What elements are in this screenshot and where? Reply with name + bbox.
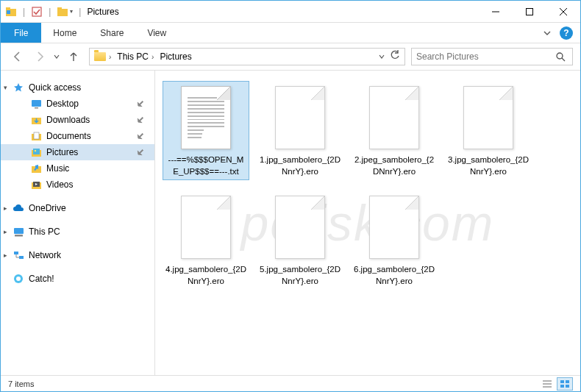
search-icon[interactable] [553, 52, 568, 62]
sidebar-item-music[interactable]: Music [1, 160, 154, 177]
recent-locations-icon[interactable] [52, 47, 61, 66]
svg-rect-2 [7, 10, 10, 14]
svg-rect-7 [527, 8, 533, 15]
sidebar-item-label: Videos [46, 179, 73, 190]
sidebar-item-label: Desktop [46, 99, 79, 109]
refresh-icon[interactable] [390, 50, 400, 63]
svg-point-19 [34, 149, 35, 151]
sidebar-item-downloads[interactable]: Downloads [1, 112, 154, 128]
file-item[interactable]: 5.jpg_sambolero_{2DNnrY}.ero [257, 190, 343, 290]
thispc-icon [13, 226, 24, 238]
breadcrumb-thispc[interactable]: This PC› [114, 51, 157, 62]
svg-rect-24 [15, 235, 23, 237]
svg-rect-25 [14, 252, 18, 254]
file-item[interactable]: ---==%$$$OPEN_ME_UP$$$==---.txt [163, 81, 249, 180]
caret-icon[interactable]: ▸ [4, 228, 7, 235]
videos-icon [30, 179, 42, 190]
file-label: 2.jpeg_sambolero_{2DNnrY}.ero [354, 154, 435, 177]
close-button[interactable] [546, 1, 580, 23]
file-item[interactable]: 1.jpg_sambolero_{2DNnrY}.ero [257, 81, 343, 180]
svg-rect-13 [35, 107, 38, 109]
details-view-button[interactable] [539, 377, 555, 391]
minimize-button[interactable] [479, 1, 513, 23]
caret-icon[interactable]: ▸ [4, 252, 7, 259]
blank-file-icon [177, 193, 235, 261]
search-box[interactable] [411, 48, 573, 65]
svg-point-28 [16, 277, 21, 281]
network-icon [13, 249, 24, 261]
file-item[interactable]: 4.jpg_sambolero_{2DNnrY}.ero [163, 190, 249, 290]
large-icons-view-button[interactable] [557, 377, 573, 391]
expand-ribbon-icon[interactable] [541, 26, 554, 40]
sidebar-item-pictures[interactable]: Pictures [1, 144, 154, 160]
properties-icon[interactable] [31, 6, 43, 18]
window-title: Pictures [87, 7, 118, 17]
navigation-bar: › This PC› Pictures [1, 43, 580, 70]
qat-dropdown-icon[interactable] [57, 6, 68, 18]
file-tab[interactable]: File [1, 23, 41, 43]
breadcrumb-root-icon[interactable]: › [91, 52, 114, 61]
sidebar-item-documents[interactable]: Documents [1, 128, 154, 144]
file-label: 3.jpg_sambolero_{2DNnrY}.ero [448, 154, 529, 177]
file-label: 4.jpg_sambolero_{2DNnrY}.ero [165, 264, 246, 287]
sidebar-catch[interactable]: Catch! [1, 271, 154, 287]
search-input[interactable] [416, 51, 553, 62]
svg-rect-18 [33, 149, 40, 154]
file-label: 6.jpg_sambolero_{2DNnrY}.ero [354, 264, 435, 287]
svg-rect-26 [19, 256, 24, 259]
tab-home[interactable]: Home [41, 23, 88, 43]
caret-icon[interactable]: ▾ [4, 84, 7, 91]
tab-share[interactable]: Share [88, 23, 135, 43]
file-item[interactable]: 2.jpeg_sambolero_{2DNnrY}.ero [351, 81, 438, 180]
sidebar-item-desktop[interactable]: Desktop [1, 96, 154, 112]
file-item[interactable]: 6.jpg_sambolero_{2DNnrY}.ero [351, 190, 438, 290]
sidebar-thispc[interactable]: ▸This PC [1, 224, 154, 240]
separator: | [23, 7, 25, 17]
help-icon[interactable]: ? [560, 26, 573, 40]
forward-button[interactable] [30, 47, 49, 66]
sidebar-item-label: Downloads [46, 115, 90, 125]
file-pane[interactable]: pcrisk.com ---==%$$$OPEN_ME_UP$$$==---.t… [155, 71, 580, 375]
file-label: ---==%$$$OPEN_ME_UP$$$==---.txt [165, 154, 246, 177]
svg-rect-5 [57, 7, 62, 10]
main-area: ▾ Quick access Desktop Downloads Documen… [1, 70, 580, 375]
sidebar-item-label: Music [46, 163, 69, 174]
up-button[interactable] [64, 47, 83, 66]
qat-chevron-icon[interactable]: ▾ [70, 8, 73, 15]
downloads-icon [30, 114, 42, 126]
separator: | [49, 7, 51, 17]
titlebar: | | ▾ | Pictures [1, 1, 580, 23]
breadcrumb-dropdown-icon[interactable] [378, 50, 385, 63]
sidebar-network[interactable]: ▸Network [1, 247, 154, 263]
tab-view[interactable]: View [135, 23, 178, 43]
svg-rect-4 [57, 9, 68, 16]
svg-point-10 [557, 53, 563, 59]
svg-rect-33 [566, 380, 569, 383]
sidebar-item-videos[interactable]: Videos [1, 177, 154, 193]
sidebar-onedrive[interactable]: ▸OneDrive [1, 200, 154, 216]
navigation-pane: ▾ Quick access Desktop Downloads Documen… [1, 71, 155, 375]
ribbon: File Home Share View ? [1, 23, 580, 43]
maximize-button[interactable] [513, 1, 546, 23]
music-icon [30, 163, 42, 174]
blank-file-icon [271, 84, 329, 152]
breadcrumb[interactable]: › This PC› Pictures [89, 48, 405, 65]
breadcrumb-pictures[interactable]: Pictures [157, 51, 194, 62]
sidebar-item-label: This PC [29, 227, 60, 237]
documents-icon [30, 130, 42, 142]
file-item[interactable]: 3.jpg_sambolero_{2DNnrY}.ero [445, 81, 532, 180]
back-button[interactable] [8, 47, 27, 66]
file-label: 5.jpg_sambolero_{2DNnrY}.ero [260, 264, 341, 287]
svg-rect-32 [560, 380, 564, 383]
caret-icon[interactable]: ▸ [4, 204, 7, 212]
sidebar-quick-access[interactable]: ▾ Quick access [1, 79, 154, 96]
sidebar-item-label: OneDrive [29, 203, 66, 213]
sidebar-item-label: Network [29, 250, 61, 260]
svg-rect-34 [560, 385, 564, 388]
svg-rect-3 [32, 7, 41, 16]
sidebar-item-label: Catch! [29, 274, 54, 284]
blank-file-icon [365, 84, 424, 152]
separator: | [79, 7, 81, 17]
svg-line-11 [562, 58, 565, 61]
svg-rect-12 [32, 100, 41, 107]
